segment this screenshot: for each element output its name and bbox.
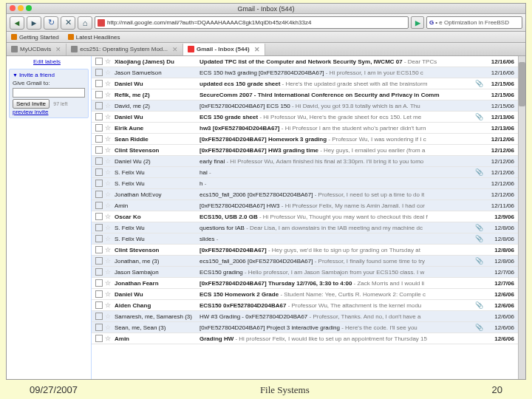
mail-row[interactable]: ☆Clint Stevenson[0xFE527804D204BA67] - H…	[92, 245, 518, 256]
preview-invite-link[interactable]: preview invite	[13, 109, 85, 115]
tab-close-icon[interactable]: ✕	[254, 46, 260, 53]
star-icon[interactable]: ☆	[105, 69, 112, 76]
mail-row[interactable]: ☆Sean, me, Sean (3)[0xFE527804D204BA67] …	[92, 322, 518, 333]
mail-row[interactable]: ☆Daniel WuECS 150 grade sheet - Hi Profe…	[92, 112, 518, 123]
select-checkbox[interactable]	[95, 313, 103, 320]
star-icon[interactable]: ☆	[105, 335, 112, 342]
star-icon[interactable]: ☆	[105, 202, 112, 209]
select-checkbox[interactable]	[95, 180, 103, 187]
star-icon[interactable]: ☆	[105, 146, 112, 154]
star-icon[interactable]: ☆	[105, 124, 112, 132]
mail-row[interactable]: ☆Daniel WuECS 150 Homework 2 Grade - Stu…	[92, 289, 518, 300]
select-checkbox[interactable]	[95, 257, 103, 265]
home-button[interactable]: ⌂	[78, 16, 92, 30]
go-button[interactable]: ▶	[411, 16, 424, 29]
mail-row[interactable]: ☆Xiaojiang (James) DuUpdated TPC list of…	[92, 56, 518, 67]
select-checkbox[interactable]	[95, 191, 103, 198]
select-checkbox[interactable]	[95, 235, 103, 242]
forward-button[interactable]: ►	[27, 16, 41, 30]
select-checkbox[interactable]	[95, 301, 103, 309]
select-checkbox[interactable]	[95, 157, 103, 165]
scrollbar-thumb[interactable]	[519, 62, 525, 106]
select-checkbox[interactable]	[95, 124, 103, 132]
select-checkbox[interactable]	[95, 80, 103, 87]
select-checkbox[interactable]	[95, 213, 103, 220]
select-checkbox[interactable]	[95, 113, 103, 120]
select-checkbox[interactable]	[95, 91, 103, 98]
star-icon[interactable]: ☆	[105, 290, 112, 298]
select-checkbox[interactable]	[95, 224, 103, 231]
bookmark-latest-headlines[interactable]: Latest Headlines	[68, 34, 120, 41]
select-checkbox[interactable]	[95, 135, 103, 143]
bookmark-getting-started[interactable]: Getting Started	[11, 34, 59, 41]
star-icon[interactable]: ☆	[105, 102, 112, 109]
mail-row[interactable]: ☆S. Felix Wuhal -📎12/12/06	[92, 167, 518, 178]
select-checkbox[interactable]	[95, 58, 103, 65]
star-icon[interactable]: ☆	[105, 324, 112, 331]
select-checkbox[interactable]	[95, 335, 103, 342]
tab-ecs251[interactable]: ecs251: Operating System Mod... ✕	[66, 44, 183, 55]
send-invite-button[interactable]: Send Invite	[13, 99, 50, 109]
mail-row[interactable]: ☆Eirik Aunehw3 [0xFE527804D204BA67] - Hi…	[92, 123, 518, 134]
star-icon[interactable]: ☆	[105, 213, 112, 220]
star-icon[interactable]: ☆	[105, 91, 112, 98]
select-checkbox[interactable]	[95, 168, 103, 176]
mail-row[interactable]: ☆S. Felix Wuslides -📎12/8/06	[92, 233, 518, 245]
mail-row[interactable]: ☆Jonathan McEvoyecs150_fall_2006 [0xFE52…	[92, 189, 518, 200]
star-icon[interactable]: ☆	[105, 168, 112, 176]
select-checkbox[interactable]	[95, 279, 103, 287]
star-icon[interactable]: ☆	[105, 301, 112, 309]
tab-gmail-inbox[interactable]: Gmail - Inbox (544) ✕	[183, 44, 265, 55]
tab-close-icon[interactable]: ✕	[55, 46, 61, 53]
star-icon[interactable]: ☆	[105, 135, 112, 143]
mail-row[interactable]: ☆Oscar KoECS150, USB 2.0 GB - Hi Profess…	[92, 211, 518, 222]
stop-button[interactable]: ✕	[61, 16, 75, 30]
mail-row[interactable]: ☆Amin[0xFE527804D204BA67] HW3 - Hi Profe…	[92, 200, 518, 211]
mail-row[interactable]: ☆S. Felix Wuh -12/12/06	[92, 178, 518, 189]
mail-row[interactable]: ☆Clint Stevenson[0xFE527804D204BA67] HW3…	[92, 145, 518, 156]
select-checkbox[interactable]	[95, 246, 103, 253]
mail-row[interactable]: ☆Sean Riddle[0xFE527804D204BA67] Homewor…	[92, 134, 518, 145]
url-bar[interactable]: http://mail.google.com/mail/?auth=DQAAAH…	[95, 16, 409, 29]
star-icon[interactable]: ☆	[105, 246, 112, 253]
close-window-button[interactable]	[10, 5, 16, 11]
star-icon[interactable]: ☆	[105, 235, 112, 242]
star-icon[interactable]: ☆	[105, 157, 112, 165]
mail-row[interactable]: ☆Jonathan, me (3)ecs150_fall_2006 [0xFE5…	[92, 256, 518, 267]
zoom-window-button[interactable]	[26, 5, 32, 11]
mail-row[interactable]: ☆S. Felix Wuquestions for IAB - Dear Lis…	[92, 222, 518, 233]
mail-row[interactable]: ☆Samaresh, me, Samaresh (3)HW #3 Grading…	[92, 311, 518, 322]
back-button[interactable]: ◄	[10, 16, 24, 30]
star-icon[interactable]: ☆	[105, 58, 112, 65]
mail-row[interactable]: ☆Aiden ChangECS150 0xFE527804D204BA67 - …	[92, 300, 518, 311]
star-icon[interactable]: ☆	[105, 191, 112, 198]
mail-row[interactable]: ☆Jonathan Fearn[0xFE527804D204BA67] Thur…	[92, 278, 518, 289]
select-checkbox[interactable]	[95, 146, 103, 154]
scrollbar[interactable]	[518, 56, 525, 379]
star-icon[interactable]: ☆	[105, 313, 112, 320]
select-checkbox[interactable]	[95, 268, 103, 276]
star-icon[interactable]: ☆	[105, 80, 112, 87]
mail-row[interactable]: ☆AminGrading HW - Hi professor Felix, I …	[92, 333, 518, 344]
mail-row[interactable]: ☆David, me (2)[0xFE527804D204BA67] ECS 1…	[92, 100, 518, 112]
minimize-window-button[interactable]	[18, 5, 24, 11]
star-icon[interactable]: ☆	[105, 180, 112, 187]
mail-row[interactable]: ☆Jason SamuelsonECS 150 hw3 grading [0xF…	[92, 67, 518, 78]
tab-myucdavis[interactable]: MyUCDavis ✕	[7, 44, 66, 55]
select-checkbox[interactable]	[95, 69, 103, 76]
star-icon[interactable]: ☆	[105, 224, 112, 231]
mail-row[interactable]: ☆Daniel Wuupdated ecs 150 grade sheet - …	[92, 78, 518, 89]
star-icon[interactable]: ☆	[105, 257, 112, 265]
select-checkbox[interactable]	[95, 324, 103, 331]
star-icon[interactable]: ☆	[105, 268, 112, 276]
edit-labels-link[interactable]: Edit labels	[29, 58, 91, 66]
star-icon[interactable]: ☆	[105, 113, 112, 120]
select-checkbox[interactable]	[95, 290, 103, 298]
select-checkbox[interactable]	[95, 202, 103, 209]
mail-row[interactable]: ☆Refik, me (2)SecureComm 2007 - Third In…	[92, 89, 518, 100]
mail-row[interactable]: ☆Jason SambajonECS150 grading - Hello pr…	[92, 267, 518, 278]
star-icon[interactable]: ☆	[105, 279, 112, 287]
invite-email-input[interactable]	[13, 88, 85, 98]
search-box[interactable]: G • e Optimization in FreeBSD	[426, 16, 522, 29]
invite-title[interactable]: Invite a friend	[13, 72, 85, 78]
